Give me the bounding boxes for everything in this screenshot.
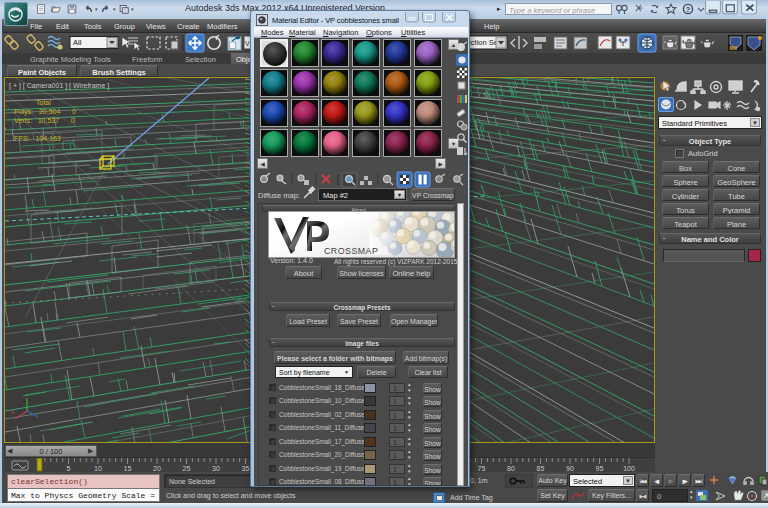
svg-text:20: 20 (153, 465, 161, 472)
svg-text:35: 35 (242, 465, 250, 472)
svg-text:CROSSMAP: CROSSMAP (324, 246, 378, 256)
svg-text:15: 15 (124, 465, 132, 472)
svg-text:10: 10 (94, 465, 102, 472)
svg-text:30: 30 (212, 465, 220, 472)
svg-text:95: 95 (596, 465, 604, 472)
svg-text:?: ? (686, 5, 691, 14)
svg-text:85: 85 (537, 465, 545, 472)
svg-text:75: 75 (478, 465, 486, 472)
svg-text:All: All (73, 38, 82, 47)
svg-text:MX: MX (730, 45, 738, 51)
svg-text:5: 5 (67, 465, 71, 472)
svg-text:x: x (11, 408, 15, 415)
svg-text:80: 80 (507, 465, 515, 472)
svg-text:100: 100 (623, 465, 635, 472)
svg-text:25: 25 (183, 465, 191, 472)
svg-text:90: 90 (566, 465, 574, 472)
